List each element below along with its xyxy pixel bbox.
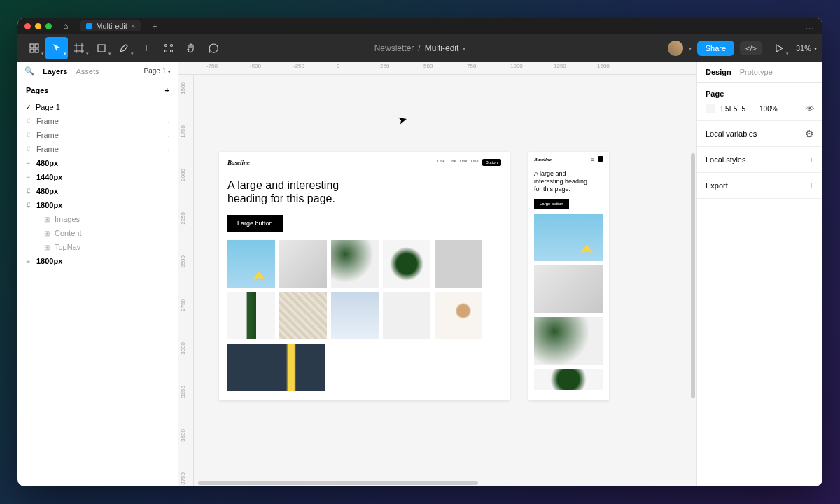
local-variables-section[interactable]: Local variables ⚙ bbox=[697, 121, 822, 147]
design-panel: Design Prototype Page F5F5F5 100% 👁 Loca… bbox=[696, 62, 822, 486]
layer-item[interactable]: #Frame⌄ bbox=[18, 114, 178, 128]
breadcrumb[interactable]: Newsletter / Multi-edit ▾ bbox=[374, 43, 466, 53]
page-fill-row[interactable]: F5F5F5 100% 👁 bbox=[706, 104, 814, 113]
layer-item[interactable]: ⊞TopNav bbox=[18, 240, 178, 254]
main-menu-button[interactable]: ▾ bbox=[23, 37, 46, 59]
page-name: Multi-edit bbox=[425, 43, 459, 53]
add-page-button[interactable]: + bbox=[165, 86, 169, 94]
new-tab-button[interactable]: + bbox=[152, 20, 158, 31]
page-item[interactable]: ✓ Page 1 bbox=[18, 100, 178, 114]
image-tile bbox=[227, 240, 275, 288]
add-icon[interactable]: + bbox=[808, 180, 814, 191]
image-tile bbox=[383, 292, 430, 340]
svg-rect-0 bbox=[30, 44, 34, 48]
pen-tool[interactable]: ▾ bbox=[113, 37, 135, 59]
fill-opacity: 100% bbox=[760, 105, 778, 113]
toolbar: ▾ ▾ ▾ ▾ ▾ T Newsletter / Multi-edit ▾ ▾ … bbox=[18, 34, 822, 62]
image-tile bbox=[279, 292, 327, 340]
dev-mode-button[interactable]: </> bbox=[740, 41, 762, 55]
layers-panel: 🔍 Layers Assets Page 1 ▾ Pages + ✓ Page … bbox=[18, 62, 178, 486]
move-tool[interactable]: ▾ bbox=[46, 37, 68, 59]
frame-1800px[interactable]: 1800px Baseline Link Link Link Link Butt… bbox=[219, 152, 510, 400]
pages-header: Pages bbox=[26, 86, 48, 94]
page-selector[interactable]: Page 1 ▾ bbox=[144, 67, 171, 75]
close-window[interactable] bbox=[24, 23, 31, 29]
svg-point-7 bbox=[171, 45, 173, 47]
figma-file-icon bbox=[86, 23, 92, 29]
share-button[interactable]: Share bbox=[697, 41, 734, 56]
ruler-horizontal: -750-500-2500250500750100012501500 bbox=[178, 62, 696, 75]
frame-480px[interactable]: 480px Baseline ≡ A large and interesting… bbox=[528, 152, 609, 400]
image-tile bbox=[227, 344, 326, 391]
image-tile bbox=[279, 240, 327, 288]
image-tile bbox=[383, 240, 430, 288]
svg-rect-4 bbox=[98, 45, 105, 52]
canvas[interactable]: -750-500-2500250500750100012501500 15001… bbox=[178, 62, 696, 486]
file-tab[interactable]: Multi-edit × bbox=[80, 20, 141, 31]
layer-item[interactable]: ⊞Images bbox=[18, 212, 178, 226]
color-swatch[interactable] bbox=[706, 104, 715, 113]
local-styles-section[interactable]: Local styles + bbox=[697, 147, 822, 173]
svg-text:T: T bbox=[144, 43, 149, 53]
layer-item[interactable]: ⊞Content bbox=[18, 226, 178, 240]
layer-item[interactable]: #1800px bbox=[18, 198, 178, 212]
app-menu[interactable]: … bbox=[805, 21, 816, 31]
svg-point-6 bbox=[165, 45, 167, 47]
artboard-nav: Baseline Link Link Link Link Button bbox=[219, 152, 510, 173]
artboard-heading: A large and interesting heading for this… bbox=[219, 173, 359, 211]
hand-tool[interactable] bbox=[180, 37, 202, 59]
home-icon[interactable]: ⌂ bbox=[63, 21, 68, 31]
image-tile bbox=[435, 292, 482, 340]
maximize-window[interactable] bbox=[46, 23, 52, 29]
cursor-icon: ➤ bbox=[396, 113, 408, 128]
present-button[interactable]: ▾ bbox=[768, 37, 790, 59]
layer-item[interactable]: #Frame⌄ bbox=[18, 128, 178, 142]
visibility-icon[interactable]: 👁 bbox=[806, 104, 814, 113]
frame-tool[interactable]: ▾ bbox=[68, 37, 90, 59]
add-icon[interactable]: + bbox=[808, 154, 814, 165]
chevron-down-icon[interactable]: ▾ bbox=[689, 46, 692, 52]
check-icon: ✓ bbox=[26, 104, 31, 111]
image-tile bbox=[331, 292, 379, 340]
image-tile bbox=[435, 240, 482, 288]
svg-rect-2 bbox=[30, 49, 34, 52]
image-tile bbox=[331, 240, 379, 288]
svg-point-8 bbox=[165, 50, 167, 52]
assets-tab[interactable]: Assets bbox=[76, 67, 99, 76]
image-grid bbox=[219, 236, 510, 396]
text-tool[interactable]: T bbox=[135, 37, 158, 59]
page-section-header: Page bbox=[706, 90, 814, 98]
window-controls bbox=[24, 23, 52, 29]
minimize-window[interactable] bbox=[35, 23, 41, 29]
image-tile bbox=[227, 292, 275, 340]
tab-name: Multi-edit bbox=[96, 22, 127, 30]
scrollbar-vertical[interactable] bbox=[691, 153, 695, 398]
search-icon[interactable]: 🔍 bbox=[24, 66, 34, 76]
layer-item[interactable]: ≡480px bbox=[18, 156, 178, 170]
artboard-button: Large button bbox=[227, 215, 283, 232]
zoom-control[interactable]: 31%▾ bbox=[796, 44, 817, 52]
settings-icon[interactable]: ⚙ bbox=[805, 128, 814, 139]
project-name: Newsletter bbox=[374, 43, 414, 53]
layer-item[interactable]: ≡1440px bbox=[18, 170, 178, 184]
svg-rect-3 bbox=[35, 49, 38, 52]
prototype-tab[interactable]: Prototype bbox=[740, 68, 773, 76]
titlebar: ⌂ Multi-edit × + … bbox=[18, 18, 822, 34]
ruler-vertical: 1500175020002250250027503000325035003750 bbox=[178, 75, 194, 486]
chevron-down-icon: ▾ bbox=[463, 46, 465, 52]
layer-item[interactable]: #Frame⌄ bbox=[18, 142, 178, 156]
svg-rect-1 bbox=[35, 44, 38, 48]
layer-item[interactable]: ≡1800px bbox=[18, 254, 178, 268]
layer-item[interactable]: #480px bbox=[18, 184, 178, 198]
layers-tab[interactable]: Layers bbox=[43, 67, 67, 76]
resources-tool[interactable] bbox=[158, 37, 180, 59]
close-tab-icon[interactable]: × bbox=[131, 22, 135, 30]
fill-hex: F5F5F5 bbox=[721, 105, 746, 113]
shape-tool[interactable]: ▾ bbox=[90, 37, 113, 59]
avatar[interactable] bbox=[668, 41, 683, 56]
design-tab[interactable]: Design bbox=[706, 68, 732, 76]
scrollbar-horizontal[interactable] bbox=[198, 481, 478, 485]
export-section[interactable]: Export + bbox=[697, 173, 822, 199]
comment-tool[interactable] bbox=[202, 37, 225, 59]
svg-point-9 bbox=[171, 50, 173, 52]
